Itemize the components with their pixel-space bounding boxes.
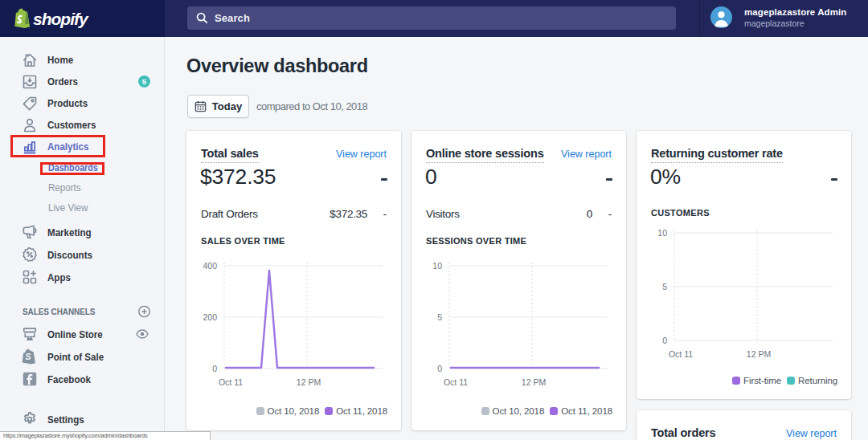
- svg-text:12 PM: 12 PM: [297, 377, 321, 387]
- svg-text:0: 0: [437, 364, 442, 373]
- svg-text:200: 200: [203, 312, 217, 322]
- svg-text:Oct 11: Oct 11: [669, 349, 693, 359]
- svg-text:5: 5: [437, 312, 442, 322]
- svg-text:Oct 11: Oct 11: [444, 377, 468, 387]
- svg-text:Oct 11: Oct 11: [219, 377, 243, 387]
- svg-text:10: 10: [657, 228, 667, 238]
- svg-text:400: 400: [203, 261, 217, 271]
- svg-text:0: 0: [662, 336, 667, 345]
- svg-text:10: 10: [432, 261, 442, 271]
- svg-text:0: 0: [212, 364, 217, 373]
- svg-text:12 PM: 12 PM: [522, 377, 546, 387]
- svg-text:S: S: [26, 352, 31, 361]
- svg-text:5: 5: [662, 282, 667, 291]
- svg-text:12 PM: 12 PM: [747, 349, 771, 359]
